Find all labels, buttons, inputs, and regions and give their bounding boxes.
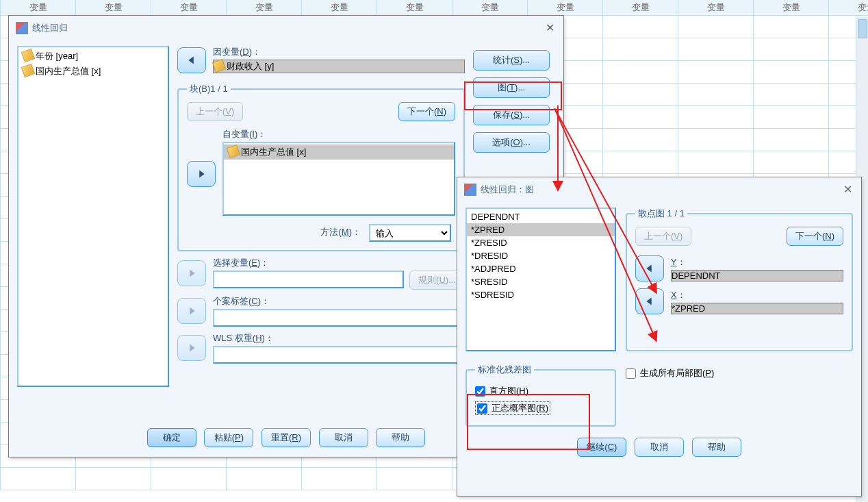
- move-wls-button[interactable]: [177, 335, 206, 361]
- col-header[interactable]: 变量: [528, 0, 603, 15]
- col-header[interactable]: 变量: [452, 0, 528, 15]
- move-independent-button[interactable]: [187, 161, 216, 187]
- reset-button[interactable]: 重置(R): [261, 428, 311, 447]
- dialog-title: 线性回归：图: [481, 184, 841, 196]
- col-header[interactable]: 变量: [227, 0, 302, 15]
- move-dependent-button[interactable]: [177, 47, 206, 73]
- dialog-buttons: 继续(C) 取消 帮助: [465, 438, 853, 457]
- col-header[interactable]: 变量: [829, 0, 869, 15]
- histogram-checkbox[interactable]: 直方图(H): [475, 385, 528, 397]
- titlebar[interactable]: 线性回归 ✕: [9, 16, 563, 40]
- linear-regression-plots-dialog: 线性回归：图 ✕ DEPENDNT *ZPRED *ZRESID *DRESID…: [457, 177, 862, 497]
- move-y-button[interactable]: [635, 255, 664, 281]
- x-label: X：: [671, 289, 843, 301]
- dependent-label: 因变量(D)：: [213, 46, 465, 58]
- app-icon: [464, 184, 476, 196]
- case-label-field[interactable]: [213, 309, 465, 327]
- options-button[interactable]: 选项(O)...: [473, 132, 550, 153]
- save-button[interactable]: 保存(S)...: [473, 105, 550, 125]
- list-item[interactable]: 国内生产总值 [x]: [18, 64, 168, 79]
- plot-variable-list[interactable]: DEPENDNT *ZPRED *ZRESID *DRESID *ADJPRED…: [465, 208, 616, 351]
- y-label: Y：: [671, 256, 843, 268]
- source-variable-list[interactable]: 年份 [year] 国内生产总值 [x]: [17, 46, 169, 387]
- col-header[interactable]: 变量: [302, 0, 377, 15]
- y-field[interactable]: DEPENDNT: [671, 270, 843, 281]
- all-partial-checkbox[interactable]: 生成所有局部图(P): [626, 367, 714, 379]
- col-header[interactable]: 变量: [151, 0, 227, 15]
- list-item[interactable]: *DRESID: [467, 249, 615, 262]
- list-item-label: 国内生产总值 [x]: [36, 66, 101, 76]
- select-var-label: 选择变量(E)：: [213, 257, 465, 269]
- pp-plot-checkbox[interactable]: 正态概率图(R): [475, 401, 550, 415]
- x-field[interactable]: *ZPRED: [671, 303, 843, 314]
- move-case-label-button[interactable]: [177, 298, 206, 324]
- col-header[interactable]: 变量: [76, 0, 151, 15]
- close-icon[interactable]: ✕: [543, 21, 557, 35]
- independent-label: 自变量(I)：: [222, 128, 455, 140]
- col-header[interactable]: 变量: [678, 0, 754, 15]
- col-header[interactable]: 变量: [603, 0, 678, 15]
- paste-button[interactable]: 粘贴(P): [204, 428, 253, 447]
- stats-button[interactable]: 统计(S)...: [473, 50, 550, 71]
- list-item[interactable]: *SDRESID: [467, 288, 615, 301]
- titlebar[interactable]: 线性回归：图 ✕: [457, 177, 861, 202]
- scale-icon: [21, 64, 36, 78]
- dependent-value: 财政收入 [y]: [227, 61, 274, 71]
- scatter-legend: 散点图 1 / 1: [635, 208, 687, 220]
- scale-icon: [212, 59, 227, 73]
- list-item-label: 年份 [year]: [36, 51, 78, 61]
- scatter-fieldset: 散点图 1 / 1 上一个(V) 下一个(N) Y： DEPENDNT X：: [626, 208, 853, 351]
- move-x-button[interactable]: [635, 288, 664, 314]
- next-scatter-button[interactable]: 下一个(N): [787, 227, 843, 246]
- list-item[interactable]: DEPENDNT: [467, 210, 615, 223]
- block-legend: 块(B)1 / 1: [187, 83, 231, 95]
- wls-label: WLS 权重(H)：: [213, 332, 465, 344]
- select-var-field[interactable]: [213, 271, 404, 288]
- scale-icon: [21, 49, 36, 63]
- checkbox-icon[interactable]: [477, 403, 487, 414]
- dependent-field[interactable]: 财政收入 [y]: [213, 60, 465, 73]
- ok-button[interactable]: 确定: [147, 428, 196, 447]
- col-header[interactable]: 变量: [754, 0, 829, 15]
- method-select[interactable]: 输入: [369, 224, 451, 242]
- checkbox-icon[interactable]: [626, 368, 636, 379]
- help-button[interactable]: 帮助: [376, 428, 425, 447]
- list-item[interactable]: 国内生产总值 [x]: [224, 145, 454, 160]
- prev-scatter-button[interactable]: 上一个(V): [635, 227, 691, 246]
- resid-plots-fieldset: 标准化残差图 直方图(H) 正态概率图(R): [465, 364, 616, 427]
- header-row: 变量 变量 变量 变量 变量 变量 变量 变量 变量 变量 变量 变量: [1, 0, 869, 15]
- list-item[interactable]: *ADJPRED: [467, 262, 615, 275]
- col-header[interactable]: 变量: [377, 0, 452, 15]
- app-icon: [16, 22, 28, 34]
- case-label: 个案标签(C)：: [213, 295, 465, 308]
- list-item[interactable]: *ZRESID: [467, 236, 615, 249]
- cancel-button[interactable]: 取消: [319, 428, 368, 447]
- scroll-thumb[interactable]: [858, 19, 867, 38]
- close-icon[interactable]: ✕: [841, 183, 854, 197]
- method-label: 方法(M)：: [320, 226, 361, 238]
- help-button[interactable]: 帮助: [692, 438, 741, 457]
- next-block-button[interactable]: 下一个(N): [398, 102, 455, 121]
- checkbox-icon[interactable]: [475, 386, 485, 397]
- list-item[interactable]: *ZPRED: [467, 223, 615, 236]
- col-header[interactable]: 变量: [1, 0, 76, 15]
- resid-legend: 标准化残差图: [475, 364, 534, 376]
- prev-block-button[interactable]: 上一个(V): [187, 102, 243, 121]
- dialog-title: 线性回归: [32, 22, 543, 34]
- continue-button[interactable]: 继续(C): [577, 438, 626, 457]
- wls-field[interactable]: [213, 346, 465, 364]
- plots-button[interactable]: 图(T)...: [473, 77, 550, 98]
- move-select-var-button[interactable]: [177, 260, 206, 286]
- list-item[interactable]: *SRESID: [467, 275, 615, 288]
- block-fieldset: 块(B)1 / 1 上一个(V) 下一个(N) 自变量(I)： 国内生产总值 […: [177, 83, 465, 251]
- scale-icon: [227, 145, 241, 159]
- independent-list[interactable]: 国内生产总值 [x]: [222, 142, 455, 216]
- cancel-button[interactable]: 取消: [635, 438, 684, 457]
- list-item-label: 国内生产总值 [x]: [241, 147, 306, 157]
- list-item[interactable]: 年份 [year]: [18, 49, 168, 64]
